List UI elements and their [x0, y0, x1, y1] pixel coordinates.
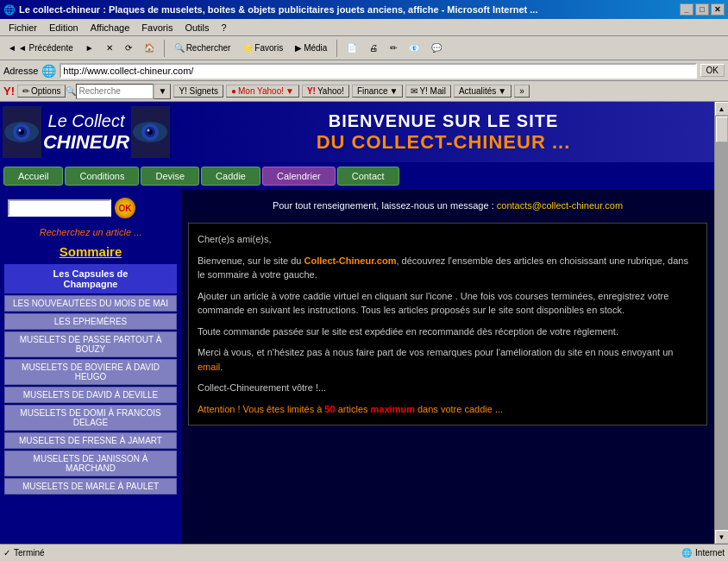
mon-yahoo-label: Mon Yahoo!	[238, 86, 284, 96]
home-button[interactable]: 🏠	[140, 41, 159, 55]
svg-point-4	[18, 129, 21, 132]
mail-button[interactable]: ✉ Y! Mail	[405, 85, 451, 98]
menu-help[interactable]: ?	[217, 22, 232, 34]
contact-email-link[interactable]: contacts@collect-chineur.com	[497, 200, 623, 211]
list-item[interactable]: LES NOUVEAUTÉES DU MOIS DE MAI	[4, 295, 177, 312]
toolbar-icon4[interactable]: 📧	[405, 41, 424, 55]
scrollbar: ▲ ▼	[714, 102, 728, 544]
stop-button[interactable]: ✕	[102, 41, 117, 55]
banner-line2: DU COLLECT-CHINEUR ...	[317, 131, 571, 154]
sidebar-featured-item[interactable]: Les Capsules de Champagne	[4, 264, 177, 293]
menu-favoris[interactable]: Favoris	[136, 22, 178, 34]
welcome-box: Cher(e)s ami(e)s, Bienvenue, sur le site…	[188, 223, 707, 425]
eye-left-icon	[3, 119, 41, 145]
media-button[interactable]: ▶ Média	[291, 41, 331, 55]
search-label: Recherchez un article ...	[4, 227, 177, 237]
contact-text: Pour tout renseignement, laissez-nous un…	[273, 200, 494, 211]
options-button[interactable]: ✏ Options	[17, 85, 66, 98]
collect-chineur-link[interactable]: Collect-Chineur.com	[304, 255, 397, 266]
scroll-down-button[interactable]: ▼	[715, 530, 729, 544]
yahoo-icon: Y!	[307, 86, 316, 96]
list-item[interactable]: MUSELETS DE DAVID À DEVILLE	[4, 387, 177, 403]
title-icon: 🌐	[3, 4, 16, 16]
banner-line1: BIENVENUE SUR LE SITE	[317, 111, 571, 131]
article-search-input[interactable]	[8, 199, 111, 217]
search-label: Rechercher	[186, 43, 231, 53]
media-label: Média	[304, 43, 327, 53]
forward-button[interactable]: ►	[81, 41, 98, 55]
toolbar-icon2[interactable]: 🖨	[365, 41, 382, 55]
dropdown-icon: ▼	[158, 86, 166, 96]
address-input[interactable]	[60, 63, 696, 79]
finance-button[interactable]: Finance ▼	[352, 85, 403, 98]
mail-icon: ✉	[411, 86, 417, 96]
search-ok-button[interactable]: OK	[115, 198, 135, 218]
search-button[interactable]: 🔍 Rechercher	[170, 41, 235, 55]
status-icon: ✓	[3, 548, 10, 558]
nav-calendrier[interactable]: Calendrier	[262, 167, 336, 186]
list-item[interactable]: MUSELETS DE FRESNE À JAMART	[4, 432, 177, 449]
toolbar-icon5[interactable]: 💬	[427, 41, 446, 55]
menu-outils[interactable]: Outils	[179, 22, 214, 34]
status-text: Terminé	[14, 548, 45, 558]
sidebar: OK Recherchez un article ... Sommaire Le…	[0, 190, 181, 544]
sommaire-title: Sommaire	[4, 244, 177, 259]
toolbar-icon3[interactable]: ✏	[386, 41, 401, 55]
nav-contact[interactable]: Contact	[337, 167, 399, 186]
scroll-up-button[interactable]: ▲	[715, 102, 729, 116]
maximize-button[interactable]: □	[695, 3, 709, 16]
actualites-label: Actualités	[459, 86, 496, 96]
go-button[interactable]: OK	[700, 64, 725, 77]
nav-accueil[interactable]: Accueil	[3, 167, 63, 186]
list-item[interactable]: MUSELETS DE BOVIERE À DAVID HEUGO	[4, 359, 177, 385]
window-title: Le collect-chineur : Plaques de muselets…	[19, 4, 537, 15]
yahoo-button[interactable]: Y! Yahoo!	[302, 85, 349, 98]
back-button[interactable]: ◄ ◄ Précédente	[3, 41, 78, 55]
menu-fichier[interactable]: Fichier	[3, 22, 42, 34]
scroll-thumb[interactable]	[716, 117, 728, 142]
scroll-track	[715, 116, 728, 530]
list-item[interactable]: LES EPHEMÈRES	[4, 313, 177, 330]
pencil-icon: ✏	[22, 86, 29, 96]
menu-edition[interactable]: Edition	[44, 22, 84, 34]
signets-button[interactable]: Y! Signets	[173, 85, 223, 98]
toolbar-separator2	[336, 40, 337, 57]
para4-post: .	[220, 362, 223, 372]
minimize-button[interactable]: _	[680, 3, 693, 16]
refresh-button[interactable]: ⟳	[121, 41, 136, 55]
logo-le: Le Collect	[43, 110, 129, 131]
nav-conditions[interactable]: Conditions	[65, 167, 139, 186]
email-link[interactable]: email	[198, 362, 220, 372]
nav-caddie[interactable]: Caddie	[201, 167, 260, 186]
yahoo-label: Yahoo!	[317, 86, 344, 96]
para4: Merci à vous, et n'hésitez pas à nous fa…	[198, 345, 698, 374]
nav-devise[interactable]: Devise	[141, 167, 199, 186]
signets-label: Y! Signets	[179, 86, 218, 96]
mon-yahoo-button[interactable]: ● Mon Yahoo! ▼	[226, 85, 299, 98]
search-icon: 🔍	[66, 86, 76, 96]
site-header: Le Collect CHINEUR	[0, 102, 714, 162]
list-item[interactable]: MUSELETS DE PASSE PARTOUT À BOUZY	[4, 331, 177, 357]
para5: Collect-Chineurement vôtre !...	[198, 381, 698, 395]
zone-icon: 🌐	[681, 548, 692, 558]
greeting: Cher(e)s ami(e)s,	[198, 232, 698, 247]
status-left: ✓ Terminé	[3, 548, 45, 558]
yahoo-search-input[interactable]	[76, 84, 154, 99]
more-button[interactable]: »	[514, 85, 530, 98]
toolbar-icon1[interactable]: 📄	[342, 41, 361, 55]
para1-text: Bienvenue, sur le site du	[198, 255, 304, 266]
nav-bar: Accueil Conditions Devise Caddie Calendr…	[0, 162, 714, 190]
list-item[interactable]: MUSELETS DE MARLE À PAULET	[4, 478, 177, 495]
favorites-button[interactable]: ⭐ Favoris	[238, 41, 287, 55]
yahoo-search-dropdown[interactable]: ▼	[154, 84, 171, 99]
content-area: Le Collect CHINEUR	[0, 102, 728, 544]
close-button[interactable]: ✕	[711, 3, 725, 16]
para2: Ajouter un article à votre caddie virtue…	[198, 289, 698, 318]
warning-para: Attention ! Vous êtes limités à 50 artic…	[198, 402, 698, 417]
list-item[interactable]: MUSELETS DE DOMI À FRANCOIS DELAGE	[4, 405, 177, 431]
menu-affichage[interactable]: Affichage	[85, 22, 135, 34]
actualites-button[interactable]: Actualités ▼	[454, 85, 511, 98]
list-item[interactable]: MUSELETS DE JANISSON À MARCHAND	[4, 451, 177, 476]
svg-point-9	[147, 129, 150, 132]
main-content: Pour tout renseignement, laissez-nous un…	[181, 190, 714, 544]
